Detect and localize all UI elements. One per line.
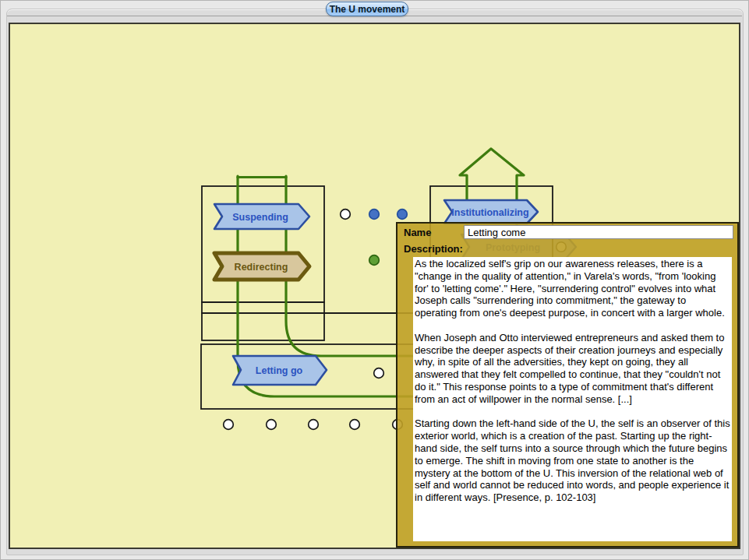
node-institutionalizing-label: Institutionalizing [451, 207, 528, 218]
tab-label: The U movement [330, 4, 405, 15]
node-suspending-label: Suspending [232, 212, 288, 223]
node-suspending[interactable]: Suspending [214, 204, 309, 229]
node-redirecting-label: Redirecting [235, 262, 288, 273]
tab-the-u-movement[interactable]: The U movement [326, 2, 408, 16]
description-label: Description: [404, 243, 463, 255]
node-letting-go[interactable]: Letting go [233, 356, 327, 385]
stage-box-strip-left[interactable] [202, 302, 324, 313]
node-letting-go-label: Letting go [256, 365, 303, 376]
dot-white-4[interactable] [267, 420, 277, 430]
name-label: Name [404, 227, 431, 238]
name-input[interactable] [464, 225, 733, 239]
dot-blue-1[interactable] [369, 210, 380, 220]
dot-white-3[interactable] [224, 420, 234, 430]
stage-box-lower-left[interactable] [202, 313, 324, 340]
dot-blue-2[interactable] [397, 210, 408, 220]
dot-green[interactable] [369, 255, 380, 266]
description-textarea[interactable]: As the localized self's grip on our awar… [413, 257, 732, 541]
diagram-canvas[interactable]: Prototyping [9, 23, 740, 549]
node-redirecting-selected[interactable]: Redirecting [214, 253, 309, 280]
node-inspector-panel: Name Description: As the localized self'… [396, 222, 739, 548]
application-window: The U movement Prototyping [0, 0, 749, 560]
node-institutionalizing[interactable]: Institutionalizing [444, 200, 538, 224]
dot-white-6[interactable] [350, 420, 360, 430]
dot-white-5[interactable] [309, 420, 319, 430]
dot-white-2[interactable] [374, 368, 384, 379]
dot-white-1[interactable] [341, 210, 351, 220]
